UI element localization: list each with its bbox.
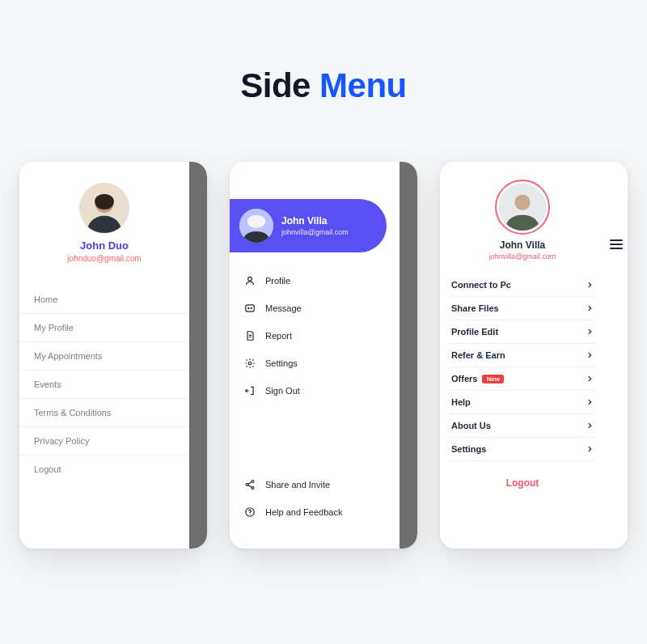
title-part-1: Side bbox=[240, 66, 319, 104]
person-avatar-icon bbox=[79, 183, 129, 233]
drawer1-menu: Home My Profile My Appointments Events T… bbox=[19, 286, 189, 483]
svg-point-15 bbox=[514, 195, 530, 210]
drawer2-menu: Profile Message Report Settings Sign Out bbox=[230, 267, 400, 405]
menu-label: Settings bbox=[451, 444, 486, 454]
menu-label: Share Files bbox=[451, 303, 499, 313]
signout-icon bbox=[244, 385, 256, 396]
new-badge: New bbox=[482, 375, 503, 383]
menu-item-signout[interactable]: Sign Out bbox=[244, 377, 400, 405]
logout-label: Logout bbox=[506, 477, 539, 489]
menu-item-report[interactable]: Report bbox=[244, 322, 400, 350]
menu-item-home[interactable]: Home bbox=[19, 286, 189, 314]
svg-point-8 bbox=[248, 362, 252, 365]
menu-item-message[interactable]: Message bbox=[244, 294, 400, 322]
svg-point-13 bbox=[249, 514, 250, 515]
phone-design-2: John Villa johnvilla@gmail.com Profile M… bbox=[230, 162, 417, 549]
avatar bbox=[499, 184, 546, 231]
svg-point-7 bbox=[251, 307, 252, 308]
svg-point-4 bbox=[248, 277, 252, 281]
page-title: Side Menu bbox=[0, 0, 647, 105]
menu-item-refer[interactable]: Refer & Earn bbox=[450, 344, 595, 367]
menu-label: Connect to Pc bbox=[451, 280, 511, 290]
menu-item-profile-edit[interactable]: Profile Edit bbox=[450, 320, 595, 344]
menu-label: My Profile bbox=[34, 323, 74, 333]
menu-label: Offers bbox=[451, 374, 477, 383]
menu-label: Privacy Policy bbox=[34, 436, 89, 446]
menu-label: Help bbox=[451, 397, 471, 407]
menu-item-help[interactable]: Help bbox=[450, 391, 595, 414]
hamburger-icon[interactable] bbox=[610, 239, 623, 249]
menu-item-connect[interactable]: Connect to Pc bbox=[450, 273, 595, 297]
menu-item-profile[interactable]: Profile bbox=[244, 267, 400, 294]
drawer3-menu: Connect to Pc Share Files Profile Edit R… bbox=[440, 273, 605, 461]
share-icon bbox=[244, 479, 256, 490]
menu-label: About Us bbox=[451, 421, 491, 430]
user-email: johnvilla@gmail.com bbox=[281, 228, 349, 236]
user-email: johnvilla@gmail.com bbox=[440, 252, 605, 261]
menu-item-share[interactable]: Share and Invite bbox=[244, 471, 400, 498]
chevron-right-icon bbox=[586, 304, 594, 312]
avatar[interactable] bbox=[79, 183, 129, 233]
gear-icon bbox=[244, 358, 256, 369]
person-avatar-icon bbox=[239, 209, 273, 243]
menu-item-offers[interactable]: Offers New bbox=[450, 367, 595, 391]
chevron-right-icon bbox=[586, 351, 594, 359]
menu-item-profile[interactable]: My Profile bbox=[19, 314, 189, 342]
menu-item-terms[interactable]: Terms & Conditions bbox=[19, 399, 189, 427]
svg-rect-5 bbox=[246, 305, 255, 311]
menu-item-share-files[interactable]: Share Files bbox=[450, 297, 595, 320]
menu-item-about[interactable]: About Us bbox=[450, 414, 595, 438]
svg-point-6 bbox=[248, 307, 249, 308]
menu-label: Refer & Earn bbox=[451, 350, 505, 360]
phone-design-1: John Duo johnduo@gmail.com Home My Profi… bbox=[19, 162, 207, 549]
menu-label: My Appointments bbox=[34, 351, 102, 361]
user-name: John Villa bbox=[281, 215, 349, 227]
user-name: John Duo bbox=[19, 239, 189, 252]
avatar-ring[interactable] bbox=[495, 180, 550, 235]
user-icon bbox=[244, 275, 256, 286]
avatar bbox=[239, 209, 273, 243]
logout-button[interactable]: Logout bbox=[440, 461, 605, 489]
menu-label: Share and Invite bbox=[265, 480, 330, 489]
user-email: johnduo@gmail.com bbox=[19, 254, 189, 263]
menu-label: Sign Out bbox=[265, 386, 300, 396]
chevron-right-icon bbox=[586, 328, 594, 336]
menu-item-settings[interactable]: Settings bbox=[450, 438, 595, 461]
menu-item-logout[interactable]: Logout bbox=[19, 455, 189, 483]
menu-label: Settings bbox=[265, 358, 298, 368]
menu-label: Logout bbox=[34, 464, 61, 474]
drawer2-profile-card[interactable]: John Villa johnvilla@gmail.com bbox=[230, 199, 387, 252]
chevron-right-icon bbox=[586, 281, 594, 289]
menu-item-privacy[interactable]: Privacy Policy bbox=[19, 427, 189, 455]
menu-label: Home bbox=[34, 294, 57, 304]
menu-item-events[interactable]: Events bbox=[19, 371, 189, 399]
menu-item-settings[interactable]: Settings bbox=[244, 350, 400, 377]
menu-label: Events bbox=[34, 379, 61, 389]
chevron-right-icon bbox=[586, 375, 594, 383]
message-icon bbox=[244, 303, 256, 314]
document-icon bbox=[244, 330, 256, 341]
menu-item-help[interactable]: Help and Feedback bbox=[244, 498, 400, 526]
menu-label: Profile Edit bbox=[451, 327, 498, 337]
person-avatar-icon bbox=[499, 184, 546, 231]
chevron-right-icon bbox=[586, 445, 594, 453]
phone-design-3: John Villa johnvilla@gmail.com Connect t… bbox=[440, 162, 628, 549]
menu-label: Report bbox=[265, 331, 292, 341]
drawer-2: John Villa johnvilla@gmail.com Profile M… bbox=[230, 162, 400, 549]
menu-label: Message bbox=[265, 303, 302, 313]
main-screen-peek bbox=[605, 162, 628, 549]
chevron-right-icon bbox=[586, 398, 594, 406]
title-part-2: Menu bbox=[319, 66, 407, 104]
drawer1-header: John Duo johnduo@gmail.com bbox=[19, 162, 189, 271]
chevron-right-icon bbox=[586, 422, 594, 430]
backdrop-strip bbox=[189, 162, 207, 549]
help-icon bbox=[244, 506, 256, 518]
drawer2-bottom-menu: Share and Invite Help and Feedback bbox=[230, 471, 400, 549]
drawer-1: John Duo johnduo@gmail.com Home My Profi… bbox=[19, 162, 189, 549]
menu-label: Profile bbox=[265, 276, 290, 286]
drawer-3: John Villa johnvilla@gmail.com Connect t… bbox=[440, 162, 605, 549]
menu-label: Terms & Conditions bbox=[34, 408, 111, 417]
menu-item-appointments[interactable]: My Appointments bbox=[19, 342, 189, 371]
showcase-row: John Duo johnduo@gmail.com Home My Profi… bbox=[0, 162, 647, 549]
user-name: John Villa bbox=[440, 239, 605, 251]
